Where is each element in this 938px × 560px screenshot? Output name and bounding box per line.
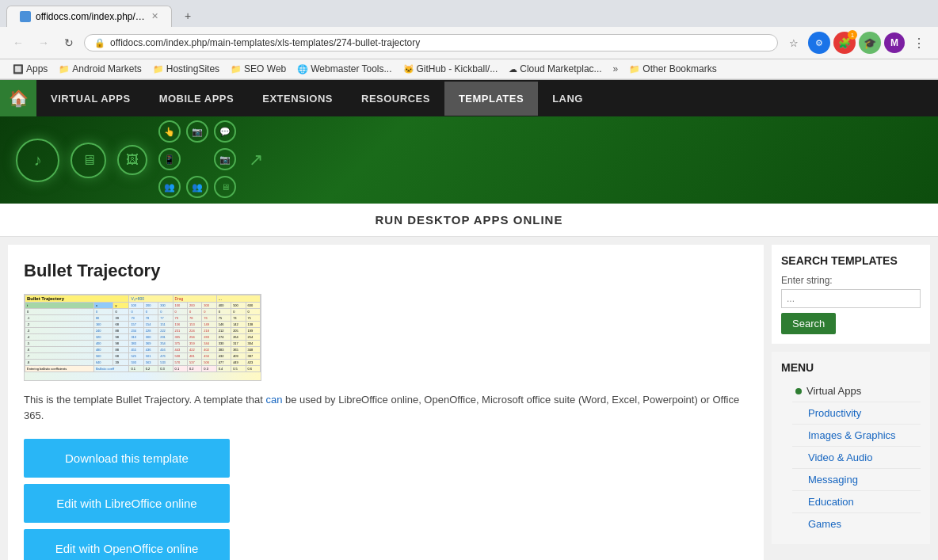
hero-grid-item: 👆: [158, 120, 181, 143]
content-title: Bullet Trajectory: [24, 261, 748, 281]
menu-item-label: Games: [808, 518, 841, 530]
menu-item-label: Virtual Apps: [806, 385, 861, 397]
search-section: SEARCH TEMPLATES Enter string: Search: [772, 245, 930, 344]
bookmark-label: Android Markets: [72, 63, 141, 74]
menu-button[interactable]: ⋮: [908, 32, 930, 54]
nav-virtual-apps[interactable]: VIRTUAL APPS: [36, 82, 145, 116]
search-section-title: SEARCH TEMPLATES: [781, 254, 921, 267]
description-text: This is the template Bullet Trajectory. …: [24, 392, 748, 423]
reload-button[interactable]: ↻: [59, 32, 79, 53]
new-tab-button[interactable]: +: [177, 5, 199, 27]
menu-item-video-audio[interactable]: Video & Audio: [792, 447, 921, 469]
profile-button[interactable]: M: [884, 32, 905, 53]
menu-item-productivity[interactable]: Productivity: [792, 402, 921, 425]
hero-banner: ♪ 🖥 🖼 👆 📷 💬 📱 📷 👥 👥 🖥 ↗: [0, 116, 938, 204]
bookmarks-more-button[interactable]: »: [608, 62, 623, 76]
template-preview-inner: Bullet Trajectory V₀=800 Drag ... t x y …: [25, 295, 261, 380]
template-preview: Bullet Trajectory V₀=800 Drag ... t x y …: [24, 294, 261, 381]
description-link[interactable]: can: [265, 394, 282, 406]
bookmark-folder-icon: 📁: [59, 64, 70, 74]
hero-grid-item: 👥: [158, 176, 181, 198]
hero-grid: 👆 📷 💬 📱 📷 👥 👥 🖥: [158, 120, 238, 200]
menu-item-games[interactable]: Games: [792, 513, 921, 535]
hero-grid-item: 📱: [158, 148, 181, 170]
extension2-button[interactable]: 🎓: [859, 32, 881, 54]
browser-tab[interactable]: offidocs.com/index.php/main-templates/xl…: [6, 6, 172, 27]
bookmark-android[interactable]: 📁 Android Markets: [54, 62, 146, 76]
hero-grid-item: 💬: [214, 120, 236, 143]
hero-icon-image: 🖼: [117, 145, 147, 175]
lock-icon: 🔒: [94, 38, 105, 48]
bookmark-label: GitHub - Kickball/...: [417, 63, 498, 74]
bookmark-cloud[interactable]: ☁ Cloud Marketplac...: [504, 62, 606, 76]
menu-item-label: Productivity: [808, 407, 861, 419]
hero-cursor-icon: ↗: [249, 150, 263, 170]
address-bar[interactable]: 🔒 offidocs.com/index.php/main-templates/…: [84, 34, 778, 51]
nav-lang[interactable]: LANG: [538, 82, 597, 116]
bookmark-icon: 🔲: [13, 64, 24, 74]
bookmark-label: SEO Web: [244, 63, 286, 74]
search-button[interactable]: Search: [781, 313, 836, 334]
menu-item-messaging[interactable]: Messaging: [792, 469, 921, 491]
bookmark-folder-icon: 📁: [153, 64, 164, 74]
hero-grid-item: 📷: [186, 120, 208, 143]
address-actions: ☆ ⚙ 🧩 1 🎓 M ⋮: [783, 32, 930, 54]
hero-icon-music: ♪: [16, 139, 59, 182]
bookmark-label: Apps: [26, 63, 48, 74]
bullet-icon: [795, 388, 802, 394]
bookmark-label: Cloud Marketplac...: [520, 63, 601, 74]
extensions-button[interactable]: 🧩 1: [833, 32, 856, 54]
bookmark-other[interactable]: 📁 Other Bookmarks: [624, 62, 721, 76]
search-label: Enter string:: [781, 275, 921, 286]
bookmark-star-button[interactable]: ☆: [783, 32, 805, 54]
spreadsheet-preview: Bullet Trajectory V₀=800 Drag ... t x y …: [25, 295, 261, 372]
menu-items: Virtual Apps Productivity Images & Graph…: [781, 380, 921, 535]
browser-chrome: offidocs.com/index.php/main-templates/xl…: [0, 0, 938, 80]
bookmark-cloud-icon: ☁: [509, 64, 517, 74]
nav-templates[interactable]: TEMPLATES: [444, 82, 538, 116]
tab-title: offidocs.com/index.php/main-templates/xl…: [36, 11, 147, 22]
browser-tabs: offidocs.com/index.php/main-templates/xl…: [0, 0, 938, 27]
google-apps-button[interactable]: ⚙: [808, 32, 830, 54]
hero-grid-item: 🖥: [214, 176, 236, 198]
menu-item-label: Messaging: [808, 474, 858, 486]
bookmark-apps[interactable]: 🔲 Apps: [8, 62, 52, 76]
back-button[interactable]: ←: [8, 32, 29, 53]
menu-section: MENU Virtual Apps Productivity Images & …: [772, 352, 930, 544]
hero-icon-monitor: 🖥: [71, 143, 106, 178]
bookmark-webmaster[interactable]: 🌐 Webmaster Tools...: [292, 62, 396, 76]
bookmark-seo[interactable]: 📁 SEO Web: [226, 62, 291, 76]
edit-openoffice-button[interactable]: Edit with OpenOffice online: [24, 529, 230, 560]
page-title: RUN DESKTOP APPS ONLINE: [0, 204, 938, 237]
sidebar: SEARCH TEMPLATES Enter string: Search ME…: [772, 245, 930, 560]
bookmark-github-icon: 🐱: [403, 64, 414, 74]
menu-item-label: Images & Graphics: [808, 429, 896, 441]
forward-button[interactable]: →: [33, 32, 54, 53]
nav-extensions[interactable]: EXTENSIONS: [248, 82, 347, 116]
main-layout: Bullet Trajectory Bullet Trajectory V₀=8…: [0, 237, 938, 560]
menu-title: MENU: [781, 361, 921, 374]
bookmark-folder-icon: 📁: [231, 64, 242, 74]
menu-item-virtual-apps[interactable]: Virtual Apps: [792, 380, 921, 402]
home-button[interactable]: 🏠: [0, 80, 36, 116]
nav-mobile-apps[interactable]: MOBILE APPS: [145, 82, 249, 116]
menu-item-label: Education: [808, 496, 854, 508]
bookmark-github[interactable]: 🐱 GitHub - Kickball/...: [398, 62, 503, 76]
menu-item-education[interactable]: Education: [792, 491, 921, 513]
bookmark-hosting[interactable]: 📁 HostingSites: [148, 62, 224, 76]
browser-toolbar: ← → ↻ 🔒 offidocs.com/index.php/main-temp…: [0, 27, 938, 59]
bookmark-label: Other Bookmarks: [642, 63, 716, 74]
bookmarks-bar: 🔲 Apps 📁 Android Markets 📁 HostingSites …: [0, 59, 938, 79]
bookmark-label: Webmaster Tools...: [311, 63, 391, 74]
tab-close-btn[interactable]: ✕: [151, 11, 158, 21]
menu-item-images-graphics[interactable]: Images & Graphics: [792, 425, 921, 447]
bookmark-web-icon: 🌐: [297, 64, 308, 74]
url-text: offidocs.com/index.php/main-templates/xl…: [110, 37, 768, 48]
tab-favicon: [20, 11, 31, 22]
download-button[interactable]: Download this template: [24, 439, 230, 478]
nav-resources[interactable]: RESOURCES: [347, 82, 444, 116]
hero-grid-item: 👥: [186, 176, 208, 198]
search-input[interactable]: [781, 289, 921, 308]
site-nav: 🏠 VIRTUAL APPS MOBILE APPS EXTENSIONS RE…: [0, 80, 938, 116]
edit-libreoffice-button[interactable]: Edit with LibreOffice online: [24, 484, 230, 523]
